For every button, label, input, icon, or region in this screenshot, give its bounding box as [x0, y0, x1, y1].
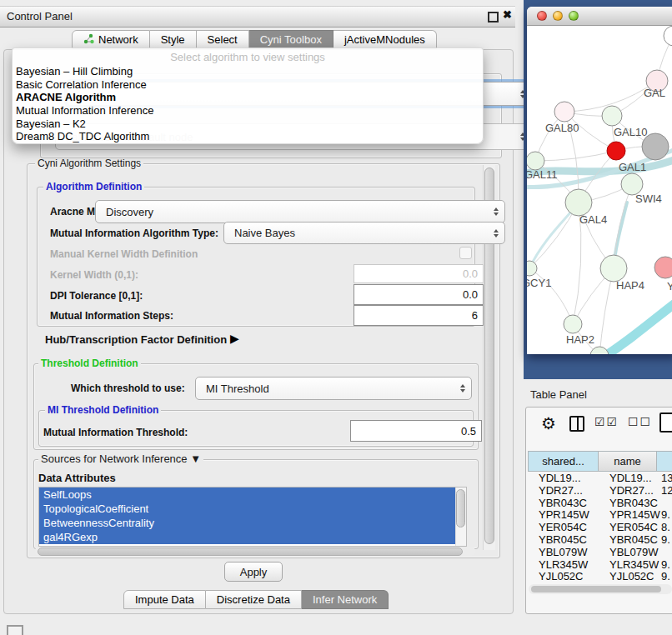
cell: YDR27... [609, 485, 654, 498]
attribute-item-selfloops[interactable]: SelfLoops [39, 488, 459, 502]
table-row[interactable]: YBL079WYBL079W [528, 547, 672, 559]
combo-spinner-icon [460, 384, 465, 392]
node-gal1[interactable] [607, 142, 625, 160]
tab-style[interactable]: Style [150, 30, 197, 49]
algorithm-option-basic-correlation-inference[interactable]: Basic Correlation Inference [13, 78, 483, 92]
node-gal10[interactable] [602, 106, 622, 126]
aracne-mode-combo[interactable]: Discovery [95, 200, 505, 223]
node-unlabeled[interactable] [642, 133, 669, 160]
sources-group-title[interactable]: Sources for Network Inference ▼ [38, 454, 203, 464]
kernel-width-field[interactable]: 0.0 [354, 264, 484, 283]
table-row[interactable]: YBR045CYBR045C9. [528, 534, 672, 547]
table-row[interactable]: YLR345WYLR345W9. [528, 559, 672, 572]
node-gal4[interactable] [565, 189, 592, 216]
data-attributes-label: Data Attributes [38, 472, 116, 484]
mi-type-combo[interactable]: Naive Bayes [223, 222, 505, 244]
mi-threshold-group-title: MI Threshold Definition [45, 405, 161, 415]
tab-label: Style [161, 33, 185, 46]
document-icon[interactable] [659, 412, 672, 432]
manual-kernel-checkbox[interactable] [459, 247, 472, 259]
cell: YJL052C [609, 571, 654, 583]
columns-icon[interactable] [569, 416, 584, 432]
node-label: GAL80 [545, 122, 579, 134]
cell: YBL079W [609, 547, 659, 559]
column-header-a[interactable]: A [657, 451, 672, 472]
table-row[interactable]: YDR27...YDR27...12 [528, 485, 672, 498]
node-label: SWI4 [635, 192, 662, 205]
algorithm-option-bayesian-hill-climbing[interactable]: Bayesian – Hill Climbing [13, 65, 483, 78]
node-gal11[interactable] [527, 152, 544, 170]
threshold-definition-title: Threshold Definition [38, 358, 141, 368]
cell: 9. [661, 509, 670, 522]
table-hscrollbar-track[interactable] [529, 584, 672, 594]
attr-list-scrollbar-thumb[interactable] [456, 489, 465, 528]
algorithm-option-bayesian-k2[interactable]: Bayesian – K2 [13, 118, 483, 131]
sources-hscrollbar-thumb[interactable] [38, 548, 463, 556]
cell: YBR045C [609, 534, 658, 547]
mi-type-label: Mutual Information Algorithm Type: [50, 228, 218, 239]
algorithm-option-mutual-information-inference[interactable]: Mutual Information Inference [13, 104, 483, 118]
table-row[interactable]: YER054CYER054C8. [528, 522, 672, 534]
table-row[interactable]: YDL19...YDL19...13 [528, 472, 672, 485]
tab-cyni-toolbox[interactable]: Cyni Toolbox [249, 30, 333, 49]
close-traffic-light-icon[interactable] [537, 11, 547, 21]
mi-type-value: Naive Bayes [234, 227, 295, 239]
gear-icon[interactable]: ⚙ [541, 414, 556, 432]
close-icon[interactable]: ✖ [503, 9, 512, 20]
node-label: HAP2 [566, 333, 594, 346]
column-header-name[interactable]: name [599, 451, 657, 472]
network-view-window[interactable]: GALGAL80GAL10GAL1GAL11SWI4GAL4GCY1HAP4YH… [527, 7, 672, 354]
minimize-traffic-light-icon[interactable] [553, 11, 563, 21]
zoom-traffic-light-icon[interactable] [569, 11, 579, 21]
node-label: Y [667, 280, 672, 292]
collapse-arrow-icon[interactable]: ▼ [190, 452, 201, 465]
attribute-item-topologicalcoefficient[interactable]: TopologicalCoefficient [39, 502, 459, 516]
expand-arrow-icon[interactable]: ▶ [230, 332, 239, 345]
tab-label: Infer Network [313, 593, 377, 606]
node-hap4[interactable] [600, 255, 627, 282]
combo-spinner-icon [494, 208, 499, 216]
tab-jactivemnodules[interactable]: jActiveMNodules [333, 30, 437, 49]
float-window-icon[interactable] [488, 12, 499, 22]
network-canvas[interactable]: GALGAL80GAL10GAL1GAL11SWI4GAL4GCY1HAP4YH… [527, 26, 672, 354]
edge-ribbon [597, 299, 672, 354]
algorithm-option-dream8-dc-tdc-algorithm[interactable]: Dream8 DC_TDC Algorithm [13, 130, 483, 143]
tab-select[interactable]: Select [197, 30, 249, 49]
node-y[interactable] [654, 257, 672, 278]
minimized-panel-icon[interactable] [7, 625, 23, 635]
node-gal80[interactable] [554, 102, 574, 122]
mi-steps-field[interactable]: 6 [354, 305, 484, 326]
node-gcy1[interactable] [527, 261, 537, 276]
deselect-all-checkboxes-icon[interactable]: ☐☐ [628, 415, 652, 428]
settings-group-title: Cyni Algorithm Settings [35, 158, 143, 168]
select-all-checkboxes-icon[interactable]: ☑☑ [594, 415, 619, 428]
table-row[interactable]: YBR043CYBR043C [528, 498, 672, 510]
node-unlabeled[interactable] [590, 347, 609, 354]
attribute-item-betweennesscentrality[interactable]: BetweennessCentrality [39, 516, 459, 530]
table-row[interactable]: YJL052CYJL052C9. [528, 571, 672, 583]
algorithm-option-aracne-algorithm[interactable]: ARACNE Algorithm [13, 91, 483, 104]
dpi-tolerance-field[interactable]: 0.0 [354, 284, 484, 305]
column-header-shared[interactable]: shared... [528, 451, 599, 472]
mi-threshold-field[interactable]: 0.5 [350, 420, 482, 442]
which-threshold-combo[interactable]: MI Threshold [195, 377, 472, 400]
hub-definition-label[interactable]: Hub/Transcription Factor Definition [45, 333, 227, 346]
node-hap2[interactable] [564, 315, 582, 333]
tab-infer-network[interactable]: Infer Network [302, 590, 389, 609]
tab-impute-data[interactable]: Impute Data [123, 590, 206, 609]
tab-network[interactable]: Network [72, 30, 150, 49]
network-graph: GALGAL80GAL10GAL1GAL11SWI4GAL4GCY1HAP4YH… [527, 26, 672, 354]
control-panel-tab-bar: NetworkStyleSelectCyni ToolboxjActiveMNo… [72, 30, 437, 49]
network-graph-icon [83, 33, 94, 47]
table-hscrollbar-thumb[interactable] [531, 586, 661, 592]
tab-discretize-data[interactable]: Discretize Data [206, 590, 302, 609]
node-label: GAL [644, 87, 665, 99]
node-label: GAL1 [619, 161, 646, 173]
node-unlabeled[interactable] [664, 26, 672, 46]
apply-button[interactable]: Apply [224, 562, 283, 582]
app-root: Control Panel ✖ NetworkStyleSelectCyni T… [0, 0, 672, 635]
mi-threshold-label: Mutual Information Threshold: [43, 427, 188, 438]
attribute-item-gal4rgexp[interactable]: gal4RGexp [39, 530, 459, 544]
table-row[interactable]: YPR145WYPR145W9. [528, 509, 672, 522]
network-window-titlebar[interactable] [527, 7, 672, 26]
